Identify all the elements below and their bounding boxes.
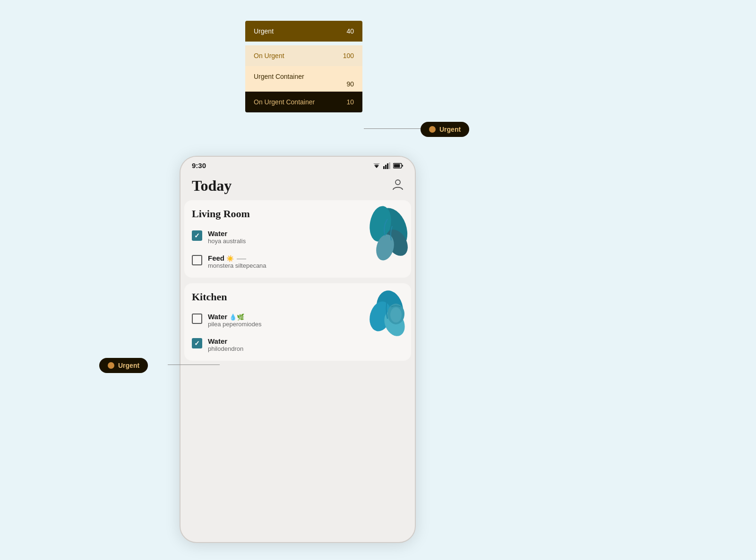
svg-rect-3 [385,165,387,169]
section-kitchen: Kitchen Water 💧 [184,283,411,361]
connector-line-left [168,365,220,365]
status-icons [372,162,404,169]
svg-rect-8 [402,165,403,167]
svg-rect-5 [389,162,390,169]
urgent-badge-right: Urgent [421,122,469,137]
swatch-urgent-container-value: 90 [346,80,354,88]
swatch-urgent-label: Urgent [254,27,274,35]
page-title: Today [192,177,232,195]
task-feed-monstera[interactable]: Feed ☀️ monstera siltepecana [184,249,411,274]
urgent-badge-right-label: Urgent [439,126,461,133]
urgent-badge-left: Urgent [99,358,148,373]
svg-rect-7 [394,164,400,167]
swatch-on-urgent-value: 100 [343,52,354,59]
checkbox-feed-monstera[interactable] [192,255,202,265]
phone-header: Today [180,172,415,200]
task-text-water-pilea: Water 💧🌿 pilea peperomiodes [208,313,261,328]
urgent-dot-left [108,362,114,369]
task-text-water-philodendron: Water philodendron [208,337,243,352]
phone-content: Today Living Room [180,172,415,539]
phone-frame: 9:30 Today [180,156,416,543]
avatar-icon[interactable] [392,178,404,194]
section-living-room-title: Living Room [184,208,411,225]
swatch-urgent-value: 40 [346,27,354,35]
swatch-on-urgent: On Urgent 100 [245,45,362,66]
swatch-on-urgent-container: On Urgent Container 10 [245,92,362,112]
task-water-pilea[interactable]: Water 💧🌿 pilea peperomiodes [184,308,411,332]
task-water-hoya[interactable]: Water hoya australis [184,225,411,249]
svg-marker-1 [373,163,380,166]
task-text-feed-monstera: Feed ☀️ monstera siltepecana [208,254,266,269]
checkbox-water-pilea[interactable] [192,314,202,324]
svg-point-9 [395,180,400,185]
urgent-dot-right [429,126,436,133]
wifi-icon [372,162,381,169]
svg-rect-4 [387,163,388,169]
svg-rect-2 [383,166,385,169]
connector-line-right [364,128,421,129]
task-water-philodendron[interactable]: Water philodendron [184,332,411,357]
section-kitchen-title: Kitchen [184,291,411,308]
urgent-badge-left-label: Urgent [118,362,139,369]
task-text-water-hoya: Water hoya australis [208,229,246,245]
battery-icon [393,163,404,169]
section-living-room: Living Room Water hoya australis [184,200,411,278]
color-swatches: Urgent 40 On Urgent 100 Urgent Container… [245,21,362,112]
swatch-on-urgent-container-label: On Urgent Container [254,98,315,106]
swatch-on-urgent-container-value: 10 [346,98,354,106]
swatch-urgent: Urgent 40 [245,21,362,42]
signal-icon [383,162,391,169]
checkbox-water-philodendron[interactable] [192,338,202,348]
status-time: 9:30 [192,161,206,170]
swatch-urgent-container: Urgent Container 90 [245,66,362,92]
swatch-urgent-container-label: Urgent Container [254,73,304,80]
checkbox-water-hoya[interactable] [192,230,202,241]
swatch-on-urgent-label: On Urgent [254,52,284,59]
status-bar: 9:30 [180,157,415,172]
person-svg [392,178,404,191]
